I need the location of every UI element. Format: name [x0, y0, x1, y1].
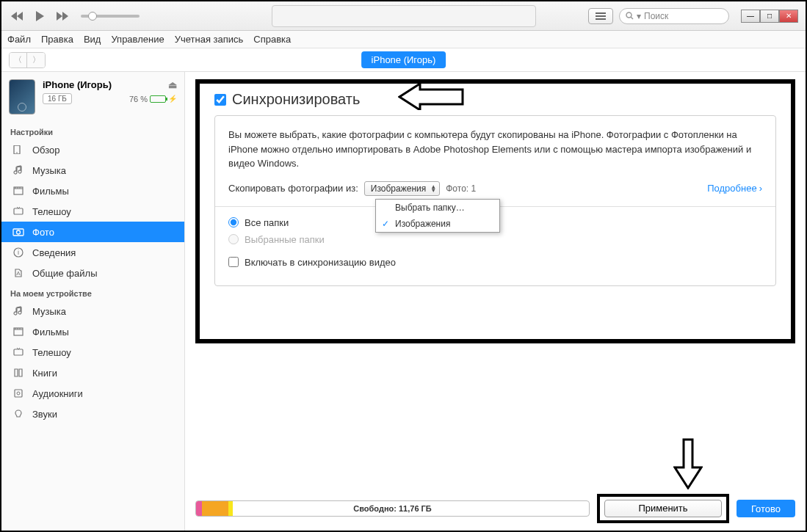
bottom-bar: Свободно: 11,76 ГБ Применить Готово [195, 494, 795, 523]
storage-segment [196, 501, 202, 516]
search-placeholder: Поиск [644, 11, 668, 21]
sidebar-item-photos[interactable]: Фото [1, 222, 184, 242]
menu-help[interactable]: Справка [253, 34, 291, 45]
music-icon [12, 164, 25, 177]
sync-description: Вы можете выбрать, какие фотографии с ко… [228, 128, 762, 171]
dropdown-option-pictures[interactable]: Изображения [376, 216, 499, 232]
device-header: iPhone (Игорь) ⏏ 16 ГБ 76 % ⚡ [1, 72, 184, 122]
apply-button-highlight: Применить [597, 494, 729, 523]
storage-segment [202, 501, 228, 516]
sidebar-ondevice-audiobooks[interactable]: Аудиокниги [1, 383, 184, 404]
svg-rect-4 [14, 208, 23, 214]
overview-icon [12, 143, 25, 156]
movies-icon [12, 325, 25, 338]
dropdown-option-choose-folder[interactable]: Выбрать папку… [376, 200, 499, 216]
sidebar-item-tvshows[interactable]: Телешоу [1, 201, 184, 222]
sidebar-settings-title: Настройки [1, 122, 184, 139]
photo-count: Фото: 1 [446, 183, 476, 194]
menu-controls[interactable]: Управление [111, 34, 164, 45]
search-icon [626, 12, 634, 20]
sidebar-ondevice-books[interactable]: Книги [1, 362, 184, 383]
music-icon [12, 305, 25, 318]
top-toolbar: ▾ Поиск — □ ✕ [1, 1, 806, 31]
sync-title: Синхронизировать [232, 91, 360, 108]
source-dropdown[interactable]: Изображения ▲▼ [364, 181, 440, 196]
eject-icon[interactable]: ⏏ [168, 79, 177, 90]
books-icon [12, 366, 25, 379]
radio-selected-input [228, 234, 239, 244]
window-controls: — □ ✕ [741, 10, 798, 23]
previous-track-button[interactable] [9, 7, 26, 25]
sync-options-box: Вы можете выбрать, какие фотографии с ко… [214, 115, 776, 286]
storage-segment [228, 501, 233, 516]
menu-account[interactable]: Учетная запись [175, 34, 244, 45]
svg-text:i: i [18, 249, 19, 256]
svg-point-6 [17, 230, 21, 234]
copy-from-row: Скопировать фотографии из: Изображения ▲… [228, 181, 762, 196]
svg-point-2 [16, 152, 18, 153]
sidebar-ondevice-sounds[interactable]: Звуки [1, 404, 184, 424]
menu-view[interactable]: Вид [84, 34, 101, 45]
tvshows-icon [12, 205, 25, 218]
movies-icon [12, 184, 25, 197]
close-button[interactable]: ✕ [779, 10, 798, 23]
include-video-checkbox[interactable] [228, 257, 239, 267]
sync-header: Синхронизировать [214, 91, 776, 108]
sidebar: iPhone (Игорь) ⏏ 16 ГБ 76 % ⚡ Настройки … [1, 72, 185, 531]
radio-all-input[interactable] [228, 217, 239, 227]
chevron-updown-icon: ▲▼ [430, 185, 436, 192]
sidebar-ondevice-movies[interactable]: Фильмы [1, 321, 184, 342]
sidebar-item-overview[interactable]: Обзор [1, 139, 184, 160]
copy-from-label: Скопировать фотографии из: [228, 183, 358, 194]
storage-badge: 16 ГБ [43, 93, 72, 104]
sounds-icon [12, 407, 25, 420]
svg-rect-12 [15, 390, 22, 397]
sidebar-item-music[interactable]: Музыка [1, 160, 184, 181]
sidebar-item-movies[interactable]: Фильмы [1, 181, 184, 201]
storage-usage-bar: Свободно: 11,76 ГБ [195, 500, 590, 517]
nav-forward-button[interactable]: 〉 [27, 53, 45, 68]
menu-file[interactable]: Файл [7, 34, 31, 45]
sync-section-highlight: Синхронизировать Вы можете выбрать, каки… [195, 79, 795, 343]
chevron-right-icon: › [759, 183, 762, 194]
maximize-button[interactable]: □ [760, 10, 779, 23]
apply-button[interactable]: Применить [604, 500, 722, 517]
sidebar-item-info[interactable]: i Сведения [1, 242, 184, 263]
device-tab-row: 〈 〉 iPhone (Игорь) [1, 48, 806, 72]
free-space-label: Свободно: 11,76 ГБ [353, 504, 431, 513]
battery-status: 76 % ⚡ [129, 95, 177, 103]
menu-edit[interactable]: Правка [41, 34, 73, 45]
svg-point-13 [17, 392, 20, 395]
now-playing-display [272, 5, 536, 27]
next-track-button[interactable] [53, 7, 70, 25]
annotation-arrow-down-icon [673, 438, 703, 489]
nav-arrows: 〈 〉 [9, 52, 46, 68]
battery-icon [150, 95, 166, 103]
sidebar-ondevice-title: На моем устройстве [1, 283, 184, 301]
annotation-arrow-icon [398, 84, 464, 110]
play-button[interactable] [31, 7, 48, 25]
info-icon: i [12, 246, 25, 259]
done-button[interactable]: Готово [737, 500, 795, 517]
sharedfiles-icon: A [12, 266, 25, 280]
more-link[interactable]: Подробнее › [707, 183, 762, 194]
sidebar-ondevice-music[interactable]: Музыка [1, 301, 184, 321]
audiobooks-icon [12, 387, 25, 400]
sync-checkbox[interactable] [214, 94, 226, 106]
include-video-row[interactable]: Включать в синхронизацию видео [228, 257, 762, 268]
device-thumbnail-icon [9, 79, 35, 114]
device-tab[interactable]: iPhone (Игорь) [361, 51, 446, 68]
nav-back-button[interactable]: 〈 [10, 53, 27, 68]
svg-point-0 [626, 12, 632, 18]
sidebar-item-sharedfiles[interactable]: A Общие файлы [1, 263, 184, 283]
radio-selected-folders: Выбранные папки [228, 234, 762, 245]
list-view-button[interactable] [588, 8, 613, 24]
minimize-button[interactable]: — [741, 10, 760, 23]
volume-slider[interactable] [81, 15, 140, 18]
sidebar-ondevice-tvshows[interactable]: Телешоу [1, 342, 184, 362]
svg-text:A: A [16, 270, 21, 277]
content-area: Синхронизировать Вы можете выбрать, каки… [185, 72, 806, 531]
source-dropdown-menu: Выбрать папку… Изображения [375, 199, 500, 233]
playback-controls [9, 7, 140, 25]
search-input[interactable]: ▾ Поиск [619, 8, 729, 24]
